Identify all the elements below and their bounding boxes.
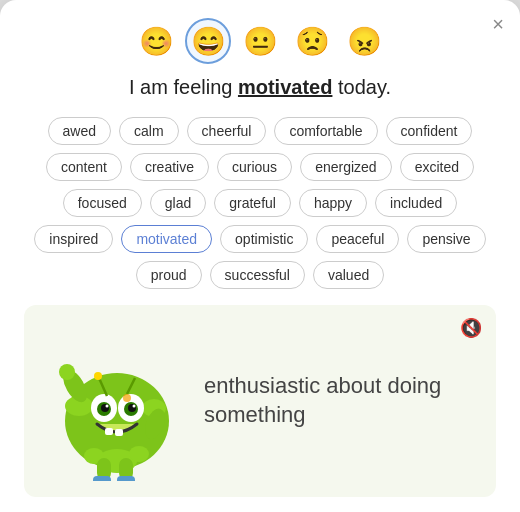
main-modal: × 😊😄😐😟😠 I am feeling motivated today. aw… <box>0 0 520 512</box>
tag-awed[interactable]: awed <box>48 117 111 145</box>
tag-excited[interactable]: excited <box>400 153 474 181</box>
tag-content[interactable]: content <box>46 153 122 181</box>
tag-valued[interactable]: valued <box>313 261 384 289</box>
emoji-happy[interactable]: 😊 <box>135 20 177 62</box>
svg-point-26 <box>123 394 131 402</box>
tag-motivated[interactable]: motivated <box>121 225 212 253</box>
feeling-word: motivated <box>238 76 332 98</box>
feeling-prefix: I am feeling <box>129 76 238 98</box>
feeling-text: I am feeling motivated today. <box>24 76 496 99</box>
close-button[interactable]: × <box>492 14 504 34</box>
monster-illustration <box>39 326 189 481</box>
tag-inspired[interactable]: inspired <box>34 225 113 253</box>
tag-included[interactable]: included <box>375 189 457 217</box>
tag-glad[interactable]: glad <box>150 189 206 217</box>
emoji-row: 😊😄😐😟😠 <box>24 20 496 62</box>
tag-curious[interactable]: curious <box>217 153 292 181</box>
tag-energized[interactable]: energized <box>300 153 392 181</box>
tag-optimistic[interactable]: optimistic <box>220 225 308 253</box>
tag-grateful[interactable]: grateful <box>214 189 291 217</box>
emoji-neutral[interactable]: 😐 <box>239 20 281 62</box>
tag-proud[interactable]: proud <box>136 261 202 289</box>
tags-container: awedcalmcheerfulcomfortableconfidentcont… <box>24 117 496 289</box>
tag-cheerful[interactable]: cheerful <box>187 117 267 145</box>
emoji-motivated[interactable]: 😄 <box>187 20 229 62</box>
illustration-box: 🔇 <box>24 305 496 497</box>
illustration-description: enthusiastic about doing something <box>204 372 472 429</box>
tag-pensive[interactable]: pensive <box>407 225 485 253</box>
tag-focused[interactable]: focused <box>63 189 142 217</box>
tag-happy[interactable]: happy <box>299 189 367 217</box>
tag-creative[interactable]: creative <box>130 153 209 181</box>
svg-rect-12 <box>117 476 135 481</box>
emoji-angry[interactable]: 😠 <box>343 20 385 62</box>
svg-rect-10 <box>93 476 111 481</box>
tag-confident[interactable]: confident <box>386 117 473 145</box>
svg-point-5 <box>129 446 149 462</box>
tag-successful[interactable]: successful <box>210 261 305 289</box>
mute-icon[interactable]: 🔇 <box>460 317 482 339</box>
tag-comfortable[interactable]: comfortable <box>274 117 377 145</box>
svg-point-22 <box>94 372 102 380</box>
svg-point-7 <box>59 364 75 380</box>
tag-peaceful[interactable]: peaceful <box>316 225 399 253</box>
svg-point-19 <box>106 405 109 408</box>
svg-rect-24 <box>105 428 113 435</box>
tag-calm[interactable]: calm <box>119 117 179 145</box>
feeling-suffix: today. <box>332 76 391 98</box>
svg-rect-25 <box>115 429 123 436</box>
emoji-sad[interactable]: 😟 <box>291 20 333 62</box>
monster-area <box>24 321 204 481</box>
svg-point-20 <box>133 405 136 408</box>
